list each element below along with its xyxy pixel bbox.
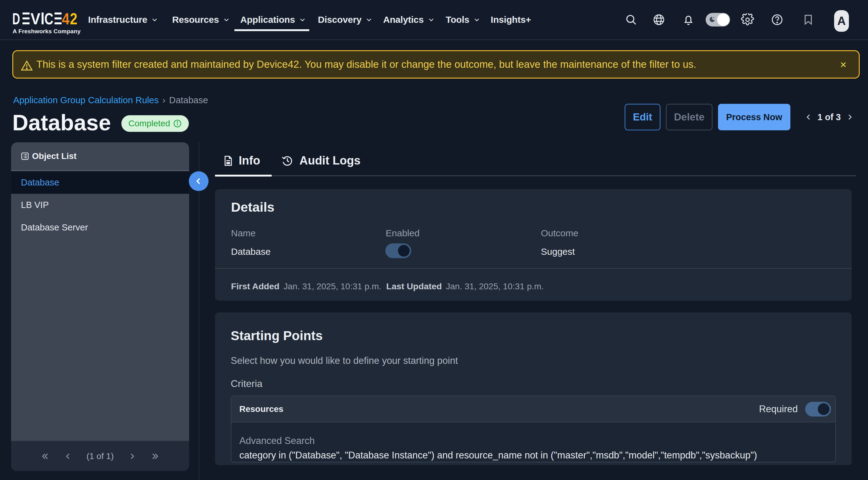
svg-text:2: 2 xyxy=(70,12,77,25)
svg-text:V: V xyxy=(30,12,40,25)
svg-text:4: 4 xyxy=(62,12,70,25)
svg-text:D: D xyxy=(12,12,20,25)
svg-text:C: C xyxy=(44,12,53,25)
